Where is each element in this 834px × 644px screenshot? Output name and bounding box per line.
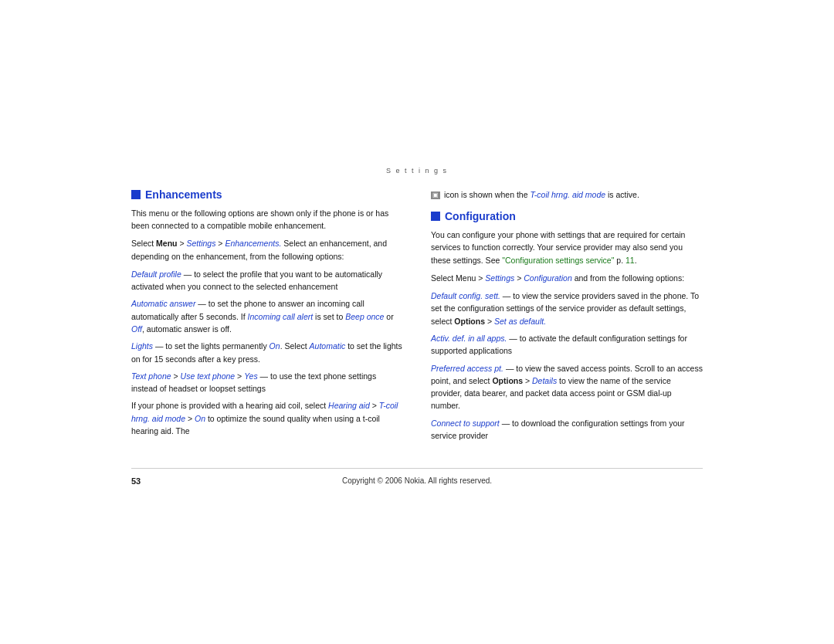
copyright-text: Copyright © 2006 Nokia. All rights reser… (342, 476, 492, 485)
item-connect-support: Connect to support — to download the con… (431, 417, 703, 442)
tcoil-intro: ▣ icon is shown when the T-coil hrng. ai… (431, 188, 703, 201)
configuration-intro: You can configure your phone with settin… (431, 229, 703, 266)
footer: 53 Copyright © 2006 Nokia. All rights re… (131, 468, 703, 485)
item-activ-def: Activ. def. in all apps. — to activate t… (431, 332, 703, 358)
item-preferred-access: Preferred access pt. — to view the saved… (431, 362, 703, 412)
item-lights: Lights — to set the lights permanently O… (131, 340, 403, 365)
page-number: 53 (131, 476, 141, 486)
enhancements-intro: This menu or the following options are s… (131, 207, 403, 232)
page: S e t t i n g s Enhancements This menu o… (116, 136, 718, 508)
item-automatic-answer: Automatic answer — to set the phone to a… (131, 297, 403, 335)
item-text-phone: Text phone > Use text phone > Yes — to u… (131, 370, 403, 395)
left-column: Enhancements This menu or the following … (131, 188, 403, 446)
configuration-title: Configuration (431, 210, 703, 222)
enhancements-select: Select Menu > Settings > Enhancements. S… (131, 237, 403, 263)
two-column-layout: Enhancements This menu or the following … (131, 188, 703, 446)
right-column: ▣ icon is shown when the T-coil hrng. ai… (431, 188, 703, 446)
configuration-select: Select Menu > Settings > Configuration a… (431, 272, 703, 284)
item-default-profile: Default profile — to select the profile … (131, 268, 403, 293)
tcoil-icon: ▣ (431, 192, 440, 199)
item-default-config: Default config. sett. — to view the serv… (431, 290, 703, 327)
enhancements-title: Enhancements (131, 188, 403, 201)
enhancements-icon (131, 190, 141, 199)
configuration-icon (431, 212, 440, 221)
settings-label: S e t t i n g s (131, 167, 703, 175)
item-hearing-aid: If your phone is provided with a hearing… (131, 399, 403, 437)
